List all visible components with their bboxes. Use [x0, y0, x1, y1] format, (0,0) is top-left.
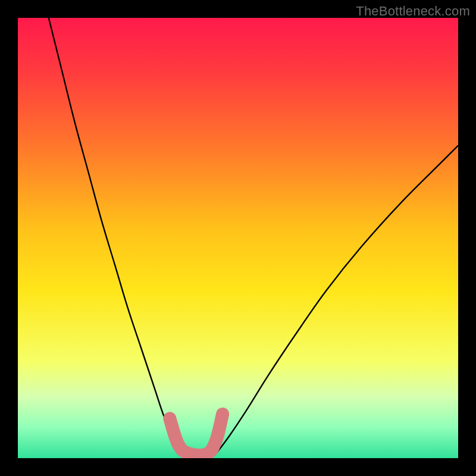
plot-area	[18, 18, 458, 458]
chart-background	[18, 18, 458, 458]
chart-frame: TheBottleneck.com	[0, 0, 476, 476]
watermark-label: TheBottleneck.com	[356, 4, 470, 19]
chart-svg	[18, 18, 458, 458]
